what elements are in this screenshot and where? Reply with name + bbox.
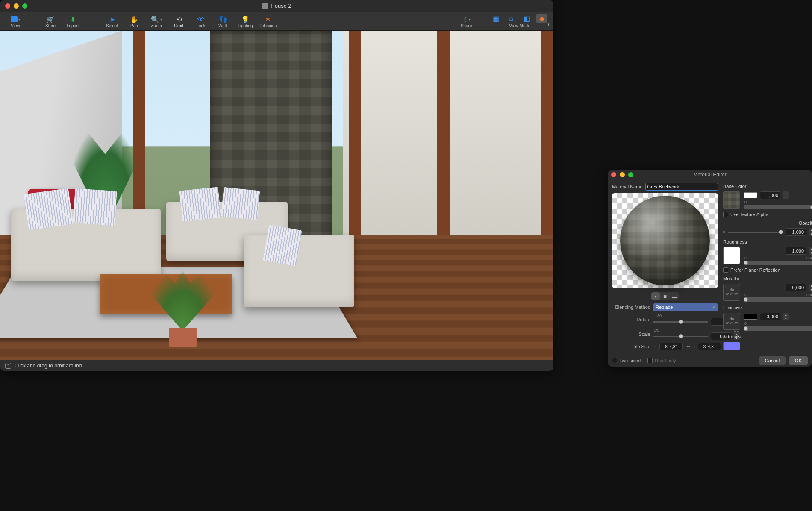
document-title-text: House 2 (271, 3, 291, 9)
zoom-window-button[interactable] (22, 3, 27, 9)
scene-cushion (179, 187, 221, 221)
toolbar-look-button[interactable]: 👁 Look (190, 13, 212, 31)
toolbar-orbit-button[interactable]: ⟲ Orbit (168, 13, 190, 31)
toolbar-group-right: ⇪▾ Share ▦ ⌂ ◧ ◆ View Mode (455, 12, 549, 30)
toolbar-zoom-button[interactable]: 🔍▾ Zoom (145, 13, 168, 31)
hint-icon: ? (5, 363, 11, 369)
chevron-down-icon: ▾ (160, 18, 162, 21)
scene-sofa (11, 209, 161, 281)
minimize-window-button[interactable] (14, 3, 19, 9)
scene-cushion (221, 187, 260, 220)
share-icon: ⇪ (462, 15, 468, 23)
collision-icon: ✶ (265, 15, 271, 23)
zoom-icon: 🔍 (151, 15, 159, 23)
scene-plant (144, 267, 221, 347)
3d-icon: ◆ (539, 15, 544, 23)
scene-pot (169, 328, 197, 347)
toolbar-select-button[interactable]: ➤ Select (101, 13, 123, 31)
toolbar-collisions-button[interactable]: ✶ Collisions (256, 13, 279, 31)
plan-icon: ▦ (493, 15, 499, 23)
main-window: House 2 ▾ View 🛒 Store ⬇ Import ➤ Sele (0, 0, 553, 371)
toolbar-store-button[interactable]: 🛒 Store (39, 13, 62, 31)
hand-icon: ✋ (130, 15, 138, 23)
chevron-down-icon: ▾ (18, 18, 20, 21)
scene-frame (349, 31, 361, 248)
cube-icon: ◧ (524, 15, 530, 23)
scene-cushion (73, 188, 117, 226)
chevron-down-icon: ▾ (469, 18, 471, 21)
viewmode-3d-button[interactable]: ◆ (536, 14, 547, 23)
footsteps-icon: 👣 (219, 15, 227, 23)
document-title: House 2 (262, 3, 291, 9)
scene-cushion (24, 188, 73, 230)
toolbar-viewmode: ▦ ⌂ ◧ ◆ View Mode (490, 13, 549, 28)
elevation-icon: ⌂ (509, 15, 513, 22)
info-button[interactable]: i (548, 21, 549, 27)
eye-icon: 👁 (197, 15, 204, 23)
toolbar-walk-button[interactable]: 👣 Walk (212, 13, 234, 31)
toolbar-group-left: ▾ View 🛒 Store ⬇ Import ➤ Select ✋ Pan (4, 12, 279, 30)
viewmode-split-button[interactable]: ◧ (521, 14, 532, 23)
toolbar-view-button[interactable]: ▾ View (4, 13, 26, 31)
status-bar: ? Click and drag to orbit around. (0, 360, 553, 371)
toolbar-share-button[interactable]: ⇪▾ Share (455, 13, 477, 31)
viewmode-2d-button[interactable]: ▦ (490, 14, 501, 23)
main-toolbar: ▾ View 🛒 Store ⬇ Import ➤ Select ✋ Pan (0, 12, 553, 31)
toolbar-pan-button[interactable]: ✋ Pan (123, 13, 145, 31)
viewmode-elevation-button[interactable]: ⌂ (506, 14, 517, 23)
document-icon (262, 3, 268, 9)
scene-armchair (244, 235, 354, 307)
scene-cushion (263, 225, 302, 266)
orbit-icon: ⟲ (176, 15, 182, 23)
window-controls (5, 3, 27, 9)
import-icon: ⬇ (70, 15, 76, 23)
titlebar: House 2 (0, 0, 553, 12)
status-hint: Click and drag to orbit around. (15, 363, 83, 369)
scene-frame (437, 31, 449, 248)
monitor-icon (11, 16, 18, 22)
close-window-button[interactable] (5, 3, 10, 9)
cursor-icon: ➤ (109, 15, 115, 23)
cart-icon: 🛒 (46, 15, 55, 23)
scene-fern (144, 267, 221, 331)
scene-frame (541, 31, 553, 248)
toolbar-import-button[interactable]: ⬇ Import (62, 13, 84, 31)
bulb-icon: 💡 (241, 15, 250, 23)
toolbar-lighting-button[interactable]: 💡 Lighting (234, 13, 256, 31)
3d-viewport[interactable] (0, 31, 553, 360)
